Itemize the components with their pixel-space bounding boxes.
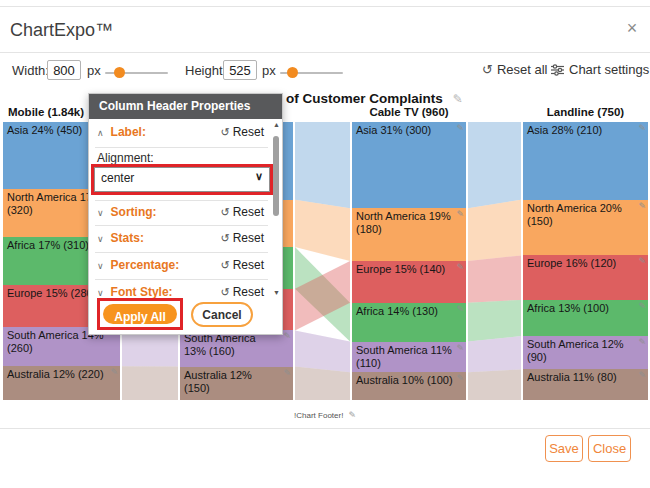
flow-ribbon bbox=[295, 122, 350, 208]
save-button[interactable]: Save bbox=[545, 435, 583, 462]
flow-ribbon bbox=[295, 200, 350, 261]
edit-pencil-icon[interactable]: ✎ bbox=[638, 370, 646, 380]
chevron-down-icon[interactable]: ∨ bbox=[97, 288, 104, 298]
section-row-sorting[interactable]: ∨Sorting: ↺Reset bbox=[97, 205, 266, 221]
popup-title: Column Header Properties bbox=[89, 94, 282, 119]
chart-segment: Australia 12% (220)✎ bbox=[3, 366, 120, 400]
highlight-box-alignment: center ∨ bbox=[91, 164, 273, 195]
segment-label: Australia 11% (80) bbox=[523, 369, 648, 384]
flow-ribbon bbox=[468, 255, 521, 302]
edit-pencil-icon[interactable]: ✎ bbox=[638, 301, 646, 311]
section-row-percentage[interactable]: ∨Percentage: ↺Reset bbox=[97, 258, 266, 274]
chart-segment: Africa 13% (100)✎ bbox=[523, 300, 648, 336]
flow-ribbon bbox=[468, 369, 521, 400]
flow-ribbon bbox=[295, 331, 350, 373]
segment-label: Australia 12% (150) bbox=[180, 367, 293, 395]
popup-scrollbar[interactable]: ▲ ▼ bbox=[272, 120, 281, 300]
segment-label: Europe 16% (120) bbox=[523, 255, 648, 270]
edit-pencil-icon[interactable]: ✎ bbox=[456, 373, 464, 383]
chart-title: of Customer Complaints✎ bbox=[286, 91, 463, 106]
chevron-down-icon[interactable]: ∨ bbox=[97, 261, 104, 271]
flow-ribbon bbox=[468, 336, 521, 372]
flow-ribbon bbox=[295, 367, 350, 400]
alignment-label: Alignment: bbox=[97, 151, 154, 165]
alignment-select[interactable]: center ∨ bbox=[94, 167, 270, 192]
popup-divider bbox=[95, 200, 268, 201]
edit-pencil-icon[interactable]: ✎ bbox=[638, 256, 646, 266]
chart-segment: Australia 11% (80)✎ bbox=[523, 369, 648, 400]
section-label[interactable]: Sorting: bbox=[111, 205, 157, 219]
section-label[interactable]: Percentage: bbox=[111, 258, 180, 272]
edit-pencil-icon[interactable]: ✎ bbox=[456, 209, 464, 219]
chart-segment: North America 19% (180)✎ bbox=[352, 208, 466, 261]
apply-all-button[interactable]: Apply All bbox=[103, 304, 177, 324]
chart-segment: Asia 31% (300)✎ bbox=[352, 122, 466, 208]
edit-pencil-icon[interactable]: ✎ bbox=[456, 304, 464, 314]
edit-pencil-icon[interactable]: ✎ bbox=[638, 123, 646, 133]
chart-segment: Asia 28% (210)✎ bbox=[523, 122, 648, 200]
segment-label: Australia 12% (220) bbox=[3, 366, 120, 381]
footer-divider bbox=[0, 428, 650, 429]
close-button[interactable]: Close bbox=[588, 435, 631, 462]
section-row-label[interactable]: ∧Label: ↺Reset bbox=[97, 125, 266, 141]
flow-ribbon bbox=[122, 366, 178, 400]
edit-title-icon[interactable]: ✎ bbox=[453, 92, 463, 106]
flow-ribbon bbox=[468, 300, 521, 342]
segment-label: Asia 28% (210) bbox=[523, 122, 648, 137]
section-label[interactable]: Label: bbox=[111, 125, 146, 139]
segment-label: North America 19% (180) bbox=[352, 208, 466, 236]
chart-column: Asia 31% (300)✎North America 19% (180)✎E… bbox=[352, 122, 466, 400]
chart-footer: !Chart Footer!✎ bbox=[0, 410, 650, 420]
reset-button-sorting-section[interactable]: ↺Reset bbox=[220, 205, 264, 219]
scroll-up-icon[interactable]: ▲ bbox=[272, 120, 281, 129]
chevron-down-icon: ∨ bbox=[255, 170, 263, 183]
chart-segment: South America 12% (90)✎ bbox=[523, 336, 648, 369]
flow-ribbon bbox=[468, 122, 521, 208]
reset-icon: ↺ bbox=[220, 126, 229, 138]
scrollbar-thumb[interactable] bbox=[273, 136, 279, 216]
reset-button-percentage-section[interactable]: ↺Reset bbox=[220, 258, 264, 272]
chevron-down-icon[interactable]: ∨ bbox=[97, 234, 104, 244]
reset-icon: ↺ bbox=[220, 232, 229, 244]
edit-pencil-icon[interactable]: ✎ bbox=[283, 331, 291, 341]
segment-label: Asia 31% (300) bbox=[352, 122, 466, 137]
reset-icon: ↺ bbox=[220, 286, 229, 298]
chart-segment: North America 20% (150)✎ bbox=[523, 200, 648, 256]
flow-ribbon bbox=[468, 200, 521, 261]
section-label[interactable]: Stats: bbox=[111, 231, 144, 245]
edit-pencil-icon[interactable]: ✎ bbox=[638, 201, 646, 211]
section-row-stats[interactable]: ∨Stats: ↺Reset bbox=[97, 231, 266, 247]
column-header-label: Landline (750) bbox=[523, 106, 648, 118]
popup-divider bbox=[95, 252, 268, 253]
popup-divider bbox=[95, 279, 268, 280]
edit-pencil-icon[interactable]: ✎ bbox=[456, 343, 464, 353]
column-header-label: Cable TV (960) bbox=[352, 106, 466, 118]
reset-button-font-style-section[interactable]: ↺Reset bbox=[220, 285, 264, 299]
edit-footer-icon[interactable]: ✎ bbox=[348, 410, 356, 420]
chart-segment: Australia 12% (150)✎ bbox=[180, 367, 293, 400]
chart-segment: South America 11% (110)✎ bbox=[352, 342, 466, 373]
chart-segment: Africa 14% (130)✎ bbox=[352, 303, 466, 342]
segment-label: Europe 15% (140) bbox=[352, 261, 466, 276]
chevron-down-icon[interactable]: ∨ bbox=[97, 208, 104, 218]
edit-pencil-icon[interactable]: ✎ bbox=[283, 368, 291, 378]
chart-segment: Europe 15% (140)✎ bbox=[352, 261, 466, 303]
reset-button-label-section[interactable]: ↺Reset bbox=[220, 125, 264, 139]
chevron-up-icon[interactable]: ∧ bbox=[97, 128, 104, 138]
edit-pencil-icon[interactable]: ✎ bbox=[638, 337, 646, 347]
segment-label: Australia 10% (100) bbox=[352, 372, 466, 387]
edit-pencil-icon[interactable]: ✎ bbox=[110, 367, 118, 377]
section-label[interactable]: Font Style: bbox=[111, 285, 173, 299]
segment-label: South America 11% (110) bbox=[352, 342, 466, 370]
cancel-button[interactable]: Cancel bbox=[191, 302, 253, 327]
chart-segment: South America 13% (160)✎ bbox=[180, 330, 293, 366]
segment-label: Africa 13% (100) bbox=[523, 300, 648, 315]
edit-pencil-icon[interactable]: ✎ bbox=[456, 123, 464, 133]
edit-pencil-icon[interactable]: ✎ bbox=[456, 262, 464, 272]
column-header-properties-popup: Column Header Properties ∧Label: ↺Reset … bbox=[88, 93, 283, 335]
scroll-down-icon[interactable]: ▼ bbox=[272, 288, 281, 297]
reset-button-stats-section[interactable]: ↺Reset bbox=[220, 231, 264, 245]
segment-label: North America 20% (150) bbox=[523, 200, 648, 228]
highlight-box-apply-all: Apply All bbox=[97, 298, 183, 330]
alignment-value: center bbox=[101, 171, 134, 185]
